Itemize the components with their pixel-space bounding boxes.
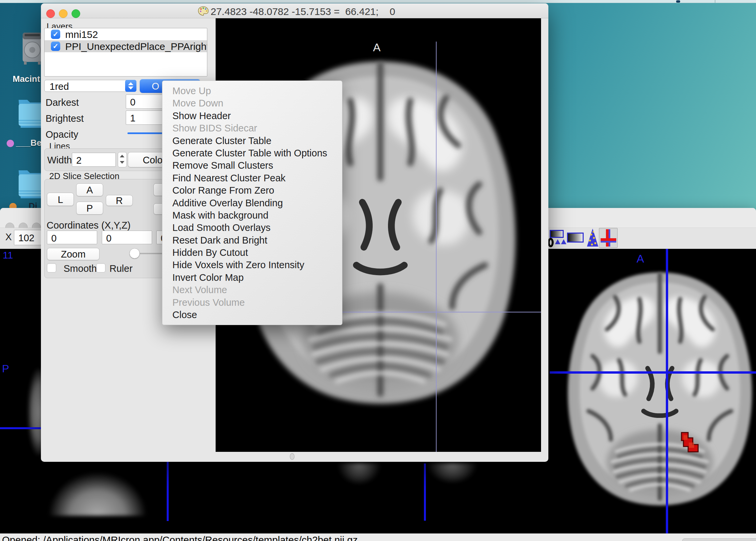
- brain-slice-fragment: [28, 369, 43, 455]
- circle-marker-icon[interactable]: [548, 238, 554, 247]
- colorbar-frame-icon[interactable]: [550, 230, 564, 238]
- menu-item[interactable]: Reset Dark and Bright: [162, 234, 342, 247]
- menu-item-label: Move Down: [172, 98, 223, 109]
- triangle-marker-icon: [555, 239, 560, 244]
- crosshair-vertical-bottom-2: [424, 463, 426, 521]
- right-button[interactable]: R: [106, 195, 133, 206]
- menu-item[interactable]: Find Nearest Cluster Peak: [162, 172, 342, 184]
- menu-item-label: Generate Cluster Table with Options: [172, 148, 327, 158]
- cone-icon[interactable]: [586, 228, 599, 248]
- layers-list[interactable]: ✓ mni152 ✓ PPI_UnexpectedPlace_PPAright: [44, 28, 207, 77]
- smooth-label: Smooth: [64, 263, 97, 274]
- menu-item[interactable]: Additive Overlay Blending: [162, 197, 342, 209]
- menu-item[interactable]: Move Up: [162, 85, 342, 97]
- menu-item[interactable]: Mask with background: [162, 209, 342, 222]
- zoom-window-icon[interactable]: [72, 9, 80, 18]
- ruler-label: Ruler: [110, 263, 132, 274]
- menu-item-label: Remove Small Clusters: [172, 160, 273, 171]
- menu-item[interactable]: Remove Small Clusters: [162, 159, 342, 172]
- axial-brain-slice-right: [555, 262, 756, 515]
- x-slice-input[interactable]: 102: [14, 230, 41, 245]
- menu-item[interactable]: Load Smooth Overlays: [162, 222, 342, 234]
- window-title-coordinates: 27.4823 -48.0782 -15.7153 = 66.421; 0: [211, 6, 395, 17]
- menu-item[interactable]: Generate Cluster Table: [162, 135, 342, 147]
- horizontal-scrollbar[interactable]: [682, 538, 756, 541]
- menu-item[interactable]: Close: [162, 309, 342, 321]
- menu-item-label: Additive Overlay Blending: [172, 198, 283, 208]
- layer-row[interactable]: ✓ PPI_UnexpectedPlace_PPAright: [45, 40, 207, 52]
- bet-folder-label[interactable]: ___Bet: [16, 138, 44, 148]
- triangle-marker-icon-2: [561, 239, 566, 244]
- fg-window-titlebar[interactable]: 27.4823 -48.0782 -15.7153 = 66.421; 0: [41, 3, 548, 18]
- status-text: Opened: /Applications/MRIcron.app/Conten…: [2, 534, 358, 541]
- brightest-label: Brightest: [46, 113, 84, 124]
- coordinate-y-input[interactable]: 0: [102, 231, 152, 244]
- zoom-slider-thumb[interactable]: [129, 248, 140, 259]
- menu-item[interactable]: Hidden By Cutout: [162, 247, 342, 259]
- crosshair-vertical-thin: [436, 42, 436, 452]
- width-label: Width: [47, 155, 72, 166]
- status-bar: Opened: /Applications/MRIcron.app/Conten…: [0, 533, 756, 541]
- menu-item[interactable]: Move Down: [162, 97, 342, 110]
- left-button[interactable]: L: [47, 193, 74, 206]
- menu-item[interactable]: Hide Voxels with Zero Intensity: [162, 259, 342, 271]
- minimize-icon[interactable]: [59, 9, 68, 18]
- layer-row[interactable]: ✓ mni152: [45, 28, 207, 40]
- line-color-button-label: Colo: [143, 155, 163, 166]
- macintosh-hd-label[interactable]: Macint: [13, 74, 40, 84]
- menu-bar-divider: [715, 0, 715, 3]
- colormap-dropdown[interactable]: 1red: [44, 80, 136, 92]
- activation-cluster-red: [679, 432, 701, 455]
- darkest-label: Darkest: [46, 97, 79, 108]
- width-stepper[interactable]: [118, 152, 127, 167]
- zoom-button[interactable]: Zoom: [47, 248, 100, 260]
- menu-item-label: Load Smooth Overlays: [172, 222, 271, 233]
- anterior-label-right: A: [636, 252, 644, 265]
- desktop-folder-icon[interactable]: [17, 95, 44, 128]
- crosshair-vertical-bottom-1: [167, 461, 169, 521]
- menu-item-label: Generate Cluster Table: [172, 135, 272, 146]
- layer-label: PPI_UnexpectedPlace_PPAright: [65, 41, 207, 52]
- opacity-label: Opacity: [46, 129, 78, 140]
- posterior-button[interactable]: P: [76, 202, 103, 215]
- crosshair-tool-icon[interactable]: [599, 228, 618, 248]
- brain-slice-fragment-3: [337, 463, 381, 485]
- ruler-checkbox[interactable]: [96, 263, 106, 272]
- menu-item[interactable]: Next Volume: [162, 284, 342, 296]
- menu-item-label: Next Volume: [172, 284, 227, 295]
- anterior-label-main: A: [373, 41, 380, 54]
- brain-slice-fragment-2: [49, 472, 146, 516]
- menu-item[interactable]: Generate Cluster Table with Options: [162, 147, 342, 159]
- menu-item-label: Find Nearest Cluster Peak: [172, 173, 286, 183]
- coordinates-label: Coordinates (X,Y,Z): [47, 220, 131, 231]
- crosshair-horizontal-right: [550, 371, 756, 374]
- desktop-folder-icon-2[interactable]: [17, 166, 44, 198]
- stepper-icon[interactable]: [125, 80, 136, 92]
- anterior-button[interactable]: A: [76, 183, 103, 196]
- menu-item-label: Show Header: [172, 111, 231, 121]
- colorbar-icon[interactable]: [567, 233, 584, 243]
- menu-item[interactable]: Invert Color Map: [162, 271, 342, 284]
- colormap-value: 1red: [50, 81, 69, 92]
- menu-item-label: Previous Volume: [172, 297, 245, 308]
- menu-bar: [0, 0, 756, 3]
- menu-item[interactable]: Previous Volume: [162, 296, 342, 309]
- menu-item[interactable]: Color Range From Zero: [162, 184, 342, 197]
- palette-icon: [198, 6, 209, 16]
- layer-checkbox[interactable]: ✓: [51, 30, 60, 39]
- crosshair-vertical-right: [666, 249, 668, 533]
- menu-item[interactable]: Show Header: [162, 110, 342, 122]
- posterior-label: P: [2, 363, 9, 375]
- layer-checkbox[interactable]: ✓: [51, 42, 60, 51]
- x-slice-label: X: [5, 232, 12, 243]
- menu-item[interactable]: Show BIDS Sidecar: [162, 122, 342, 135]
- menu-bar-item-icon[interactable]: [676, 0, 680, 3]
- resize-grip[interactable]: [290, 453, 295, 460]
- close-icon[interactable]: [46, 9, 55, 18]
- macintosh-hd-icon[interactable]: [22, 31, 43, 65]
- menu-item-label: Move Up: [172, 86, 211, 96]
- menu-item-label: Reset Dark and Bright: [172, 235, 267, 246]
- coordinate-x-input[interactable]: 0: [47, 231, 97, 244]
- smooth-checkbox[interactable]: [47, 263, 56, 272]
- width-input[interactable]: 2: [72, 153, 116, 167]
